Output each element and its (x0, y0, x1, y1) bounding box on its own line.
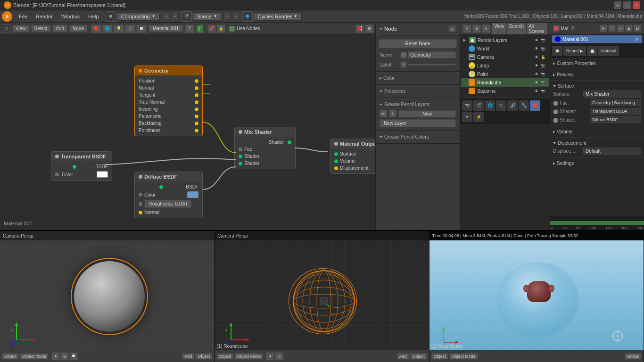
eye-icon-world[interactable]: 👁 (534, 46, 539, 51)
socket-volume[interactable] (334, 159, 338, 163)
node-btn[interactable]: Node (69, 25, 87, 32)
scene-search-btn[interactable]: S (472, 25, 481, 33)
shader2-value[interactable]: Diffuse BSDF (590, 116, 641, 123)
preview-title[interactable]: Preview (553, 71, 641, 78)
remove-scene-btn[interactable]: × (232, 13, 239, 20)
scene-item-point[interactable]: ⬤ Point 👁 📷 (461, 70, 549, 78)
render-engine-selector[interactable]: Cycles Render ▼ (254, 12, 302, 21)
arrow-mat-btn[interactable]: ▲ (625, 25, 633, 32)
add-scene-btn[interactable]: + (223, 13, 231, 20)
scene-item-lamp[interactable]: 💡 Lamp 👁 📷 (461, 61, 549, 70)
volume-title[interactable]: Volume (553, 128, 641, 135)
lock-icon-camera[interactable]: 🔒 (540, 54, 546, 60)
layout-icon[interactable]: ⊞ (106, 11, 116, 22)
physics-tab[interactable]: ⚡ (473, 112, 484, 122)
gp-new-btn[interactable]: New (398, 110, 456, 117)
vp1-wire-btn[interactable]: ◎ (60, 352, 69, 361)
modifier-tab[interactable]: 🔧 (519, 100, 529, 111)
new-layer-btn[interactable]: New Layer (380, 119, 456, 127)
label-input[interactable] (408, 64, 456, 66)
menu-render[interactable]: Render (32, 13, 57, 20)
vp3-object-btn[interactable]: Object (431, 353, 448, 360)
socket-truenormal[interactable] (195, 100, 198, 104)
sphere-preview-btn[interactable]: ⬤ (587, 46, 597, 56)
scene-all-scenes-btn[interactable]: A (482, 25, 490, 33)
socket-fac[interactable] (239, 148, 242, 151)
remove-workspace-btn[interactable]: × (171, 13, 179, 20)
view-btn[interactable]: View (12, 25, 29, 32)
pin-btn[interactable]: 📌 (207, 25, 216, 33)
socket-shader1[interactable] (239, 155, 242, 158)
add-workspace-btn[interactable]: + (163, 13, 170, 20)
socket-backfacing[interactable] (195, 122, 198, 125)
menu-window[interactable]: Window (58, 13, 83, 20)
transparent-bsdf-node[interactable]: Transparent BSDF BSDF Color (51, 151, 112, 181)
scene-item-roundcube[interactable]: ⬡ Roundcube 👁 📷 (461, 78, 549, 87)
vp2-add-btn[interactable]: Add (397, 353, 409, 360)
camera-icon-suzanne[interactable]: 📷 (540, 88, 546, 94)
properties-section-title[interactable]: Properties (376, 87, 460, 96)
scene-item-suzanne[interactable]: ⬡ Suzanne 👁 📷 (461, 87, 549, 95)
close-button[interactable]: × (633, 1, 640, 9)
mat-settings-icon[interactable]: ⚙ (634, 36, 639, 42)
vp3-mode-btn[interactable]: Object Mode (449, 353, 478, 360)
minimize-button[interactable]: ─ (614, 1, 621, 9)
socket-normal[interactable] (195, 86, 198, 90)
eye-icon-roundcube[interactable]: 👁 (534, 80, 539, 85)
color-swatch-transparent[interactable] (97, 171, 108, 178)
eye-icon-renderlayers[interactable]: 👁 (534, 37, 539, 43)
vp2-wire-btn[interactable]: ◎ (275, 352, 283, 361)
socket-bsdf-out[interactable] (73, 165, 76, 169)
material-btn[interactable]: Material (598, 46, 619, 56)
f-btn[interactable]: F (600, 25, 607, 32)
gp-layers-title[interactable]: Grease Pencil Layers: (376, 100, 460, 109)
snap-btn[interactable]: 🧲 (355, 25, 364, 33)
socket-diffuse-bsdf[interactable] (159, 185, 163, 189)
maximize-button[interactable]: □ (623, 1, 631, 9)
lamp-icon-btn[interactable]: 💡 (114, 25, 124, 33)
camera-icon-point[interactable]: 📷 (540, 71, 546, 77)
color-section-title[interactable]: Color (376, 74, 460, 82)
menu-file[interactable]: File (15, 13, 31, 20)
data-btn[interactable]: D (634, 25, 641, 32)
vp1-object2-btn[interactable]: Object (195, 353, 212, 360)
panel-menu-btn[interactable]: ≡ (448, 25, 456, 32)
socket-surface[interactable] (334, 152, 338, 156)
compositor-icon-btn[interactable]: ⬡ (125, 25, 135, 33)
vp1-texture-btn[interactable]: 🔲 (69, 352, 78, 361)
displace-value[interactable]: Default (583, 148, 641, 155)
socket-parametric[interactable] (195, 115, 198, 118)
timeline-track[interactable] (550, 221, 644, 225)
socket-roughness[interactable] (139, 202, 142, 206)
material-name-field[interactable]: Material.001 (149, 25, 183, 32)
geometry-node[interactable]: Geometry Position Normal (134, 66, 203, 136)
socket-shader2[interactable] (239, 162, 242, 165)
material-tab[interactable]: 🔴 (530, 100, 540, 111)
name-input[interactable]: Geometry (408, 51, 456, 58)
socket-incoming[interactable] (195, 107, 198, 111)
world-icon-btn[interactable]: 🌐 (102, 25, 113, 33)
custom-props-title[interactable]: Custom Properties (553, 60, 641, 67)
material-output-node[interactable]: Material Output Surface Volume (330, 139, 375, 174)
vp1-add-btn[interactable]: Add (182, 353, 194, 360)
vp3-global-btn[interactable]: Global (625, 353, 642, 360)
menu-help[interactable]: Help (84, 13, 103, 20)
workspace-compositing[interactable]: Compositing ▼ (117, 12, 160, 21)
world-props-tab[interactable]: 🌐 (485, 100, 495, 111)
socket-mix-out[interactable] (288, 140, 291, 144)
add-mat-btn[interactable]: F (196, 25, 204, 33)
settings-title[interactable]: Settings (553, 160, 641, 167)
use-nodes-toggle[interactable]: Use Nodes (229, 26, 260, 32)
select-btn[interactable]: Select (31, 25, 51, 32)
eye-icon-point[interactable]: 👁 (534, 71, 539, 77)
viewport-3[interactable]: Time:00:04.08 | Mem:3.54M, Peak:4.61M | … (429, 231, 644, 362)
scene-selector[interactable]: Scene ▼ (193, 12, 222, 21)
socket-position[interactable] (195, 79, 198, 83)
add-btn[interactable]: Add (52, 25, 67, 32)
color-swatch-diffuse[interactable] (187, 191, 198, 198)
mix-shader-node[interactable]: Mix Shader Shader Fac (234, 127, 296, 169)
surface-title[interactable]: Surface (553, 82, 641, 90)
socket-displacement[interactable] (334, 166, 338, 170)
eye-icon-suzanne[interactable]: 👁 (534, 88, 539, 94)
plus-mat-btn[interactable]: + (608, 25, 616, 32)
